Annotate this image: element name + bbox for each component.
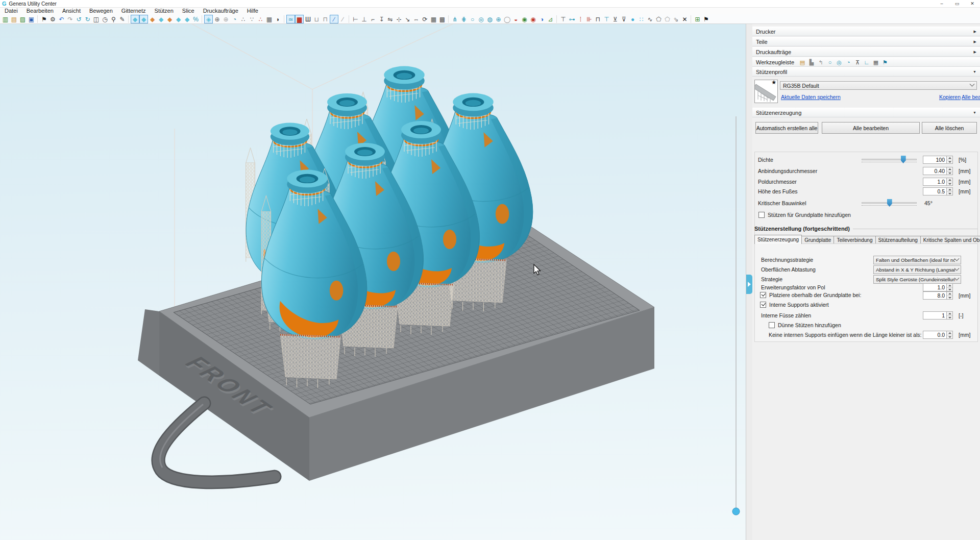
edit-pencil-icon[interactable]: ✎: [118, 15, 127, 23]
edit-all-button[interactable]: Alle bearbeiten: [822, 122, 920, 134]
sphere-ring-icon[interactable]: ◎: [477, 15, 485, 23]
array-copy-icon[interactable]: ▩: [438, 15, 447, 23]
panel-collapse-handle[interactable]: [746, 275, 752, 294]
menu-gitternetz[interactable]: Gitternetz: [121, 8, 146, 14]
erweiterungsfaktor-input[interactable]: [923, 283, 946, 291]
clip-bottom-icon[interactable]: ▆: [295, 15, 304, 23]
platform-flat-icon[interactable]: ⊓: [321, 15, 330, 23]
dichte-input[interactable]: [923, 156, 946, 164]
tab-stuetzenerzeugung[interactable]: Stützenerzeugung: [754, 235, 802, 244]
stuetzen-grundplatte-checkbox[interactable]: [758, 212, 765, 218]
arrow-se-icon[interactable]: ⇘: [672, 15, 680, 23]
view-top-icon[interactable]: ◆: [131, 15, 139, 23]
rotate-view-left-icon[interactable]: ↺: [75, 15, 83, 23]
maximize-button[interactable]: ▭: [949, 0, 965, 8]
auto-create-all-button[interactable]: Automatisch erstellen alle: [755, 122, 818, 134]
interne-fuesse-input[interactable]: [923, 311, 946, 320]
grid-array-icon[interactable]: ▦: [265, 15, 274, 23]
section-druckauftraege[interactable]: Druckaufträge ▶: [752, 47, 980, 57]
clip-top-icon[interactable]: ≃: [286, 15, 295, 23]
keine-internen-supports-spinner[interactable]: [946, 331, 953, 339]
support-point-icon[interactable]: ●: [628, 15, 637, 23]
copy-profile-link[interactable]: Kopieren: [939, 94, 961, 100]
menu-slice[interactable]: Slice: [182, 8, 194, 14]
profile-select[interactable]: RG35B Default: [780, 81, 977, 90]
menu-ansicht[interactable]: Ansicht: [62, 8, 81, 14]
angle-tool-icon[interactable]: ∟: [863, 58, 871, 66]
platform-tray-icon[interactable]: ⊔: [312, 15, 321, 23]
support-pins-icon[interactable]: ⁞: [576, 15, 585, 23]
circle-gray-icon[interactable]: ◯: [503, 15, 511, 23]
dichte-spinner[interactable]: [946, 156, 953, 164]
section-stuetzenerzeugung[interactable]: Stützenerzeugung ▼: [752, 108, 980, 117]
delete-all-button[interactable]: Alle löschen: [922, 122, 977, 134]
undo-icon[interactable]: ↶: [57, 15, 66, 23]
sphere-icon[interactable]: ○: [468, 15, 477, 23]
support-link-icon[interactable]: ⊶: [568, 15, 576, 23]
move-icon[interactable]: ⊹: [395, 15, 403, 23]
support-bridge-icon[interactable]: ⊓: [594, 15, 602, 23]
drop-down-icon[interactable]: ↧: [377, 15, 386, 23]
support-tree-icon[interactable]: ⊤: [602, 15, 611, 23]
section-teile[interactable]: Teile ▶: [752, 37, 980, 46]
poldurchmesser-input[interactable]: [923, 178, 946, 186]
profile-open-icon[interactable]: ▤: [798, 58, 806, 66]
zoom-search-icon[interactable]: ⚲: [109, 15, 118, 23]
menu-stuetzen[interactable]: Stützen: [155, 8, 174, 14]
connect-icon[interactable]: ⋔: [451, 15, 459, 23]
anbindungsdurchmesser-spinner[interactable]: [946, 167, 953, 175]
rotate-icon[interactable]: ⟳: [421, 15, 429, 23]
support-columns-icon[interactable]: ⊪: [585, 15, 594, 23]
scale-icon[interactable]: ↘: [403, 15, 412, 23]
menu-datei[interactable]: Datei: [5, 8, 18, 14]
globe-icon[interactable]: ⊕: [494, 15, 503, 23]
view-right-icon[interactable]: ◆: [174, 15, 183, 23]
align-left-icon[interactable]: ⌐: [369, 15, 377, 23]
delete-icon[interactable]: ◫: [92, 15, 101, 23]
poldurchmesser-spinner[interactable]: [946, 178, 953, 186]
view-left-icon[interactable]: ◆: [165, 15, 174, 23]
platziere-oberhalb-spinner[interactable]: [946, 291, 953, 300]
platziere-oberhalb-input[interactable]: [923, 291, 946, 300]
profile-tiles-icon[interactable]: ▙: [807, 58, 816, 66]
view-bottom-icon[interactable]: ◆: [139, 15, 148, 23]
fit-view-icon[interactable]: ◈: [204, 15, 213, 23]
view-iso-icon[interactable]: ◆: [183, 15, 191, 23]
view-scale-icon[interactable]: %: [191, 15, 200, 23]
mirror-icon[interactable]: ⇔: [412, 15, 421, 23]
profile-undo-icon[interactable]: ↰: [817, 58, 825, 66]
column-tool-icon[interactable]: ⊼: [853, 58, 862, 66]
view-front-icon[interactable]: ◆: [148, 15, 157, 23]
view-back-icon[interactable]: ◆: [157, 15, 165, 23]
menu-hilfe[interactable]: Hilfe: [247, 8, 258, 14]
array-icon[interactable]: ▦: [429, 15, 438, 23]
ortho-globe-icon[interactable]: ⊕: [222, 15, 230, 23]
copy-part-icon[interactable]: ▨: [18, 15, 27, 23]
solid-wedge-icon[interactable]: ◗: [274, 15, 282, 23]
platform-comb-icon[interactable]: Ш: [304, 15, 312, 23]
tab-kritische-spalten[interactable]: Kritische Spalten und Oberflächen bearbe…: [920, 236, 980, 244]
keine-internen-supports-input[interactable]: [923, 331, 946, 339]
add-job-icon[interactable]: ⊞: [693, 15, 702, 23]
panel-splitter[interactable]: [746, 24, 752, 540]
interne-supports-checkbox[interactable]: [760, 302, 766, 308]
zoom-slider-knob[interactable]: [732, 508, 740, 515]
tab-teileverbindung[interactable]: Teileverbindung: [834, 236, 875, 244]
support-web-icon[interactable]: ⊽: [620, 15, 628, 23]
open-icon[interactable]: ▤: [10, 15, 18, 23]
import-part-icon[interactable]: ▥: [1, 15, 10, 23]
minimize-button[interactable]: –: [934, 0, 949, 8]
start-job-flag-icon[interactable]: ⚑: [702, 15, 710, 23]
points-dense-icon[interactable]: ∵: [248, 15, 256, 23]
save-current-data-link[interactable]: Aktuelle Daten speichern: [781, 94, 841, 100]
slope-edit-icon[interactable]: ∕: [330, 15, 338, 23]
profile-thumbnail[interactable]: ★: [754, 80, 778, 103]
polygon-light-icon[interactable]: ⬠: [663, 15, 672, 23]
align-height-icon[interactable]: ⊥: [360, 15, 369, 23]
support-circle-icon[interactable]: ○: [826, 58, 834, 66]
strategie-select[interactable]: Split Style Gerüste (Grundeinstellung): [873, 275, 961, 284]
polygon-icon[interactable]: ⬠: [654, 15, 663, 23]
interne-fuesse-spinner[interactable]: [946, 311, 953, 320]
erweiterungsfaktor-spinner[interactable]: [946, 283, 953, 291]
sphere-fill-icon[interactable]: ◍: [485, 15, 494, 23]
